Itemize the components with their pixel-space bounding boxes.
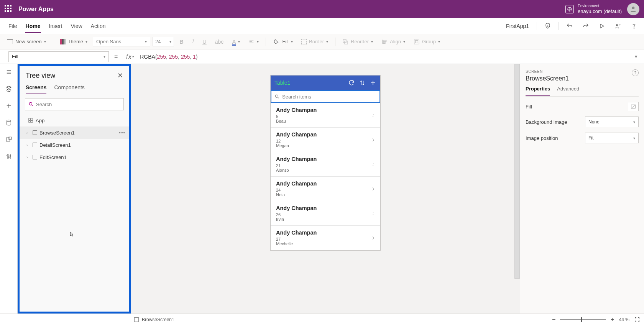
italic-button[interactable]: I xyxy=(189,37,197,46)
reorder-button[interactable]: Reorder ▾ xyxy=(339,37,376,46)
chevron-right-icon[interactable]: › xyxy=(26,155,30,159)
gallery-item[interactable]: Andy Champan24Neta xyxy=(271,177,380,201)
panel-category: SCREEN xyxy=(526,69,639,74)
tree-item-app[interactable]: App xyxy=(20,114,129,126)
canvas-scrollbar[interactable] xyxy=(514,64,520,314)
close-icon[interactable]: ✕ xyxy=(117,71,123,80)
insert-icon[interactable] xyxy=(5,102,12,109)
environment-picker[interactable]: Environment enayu.com (default) xyxy=(565,4,622,15)
share-icon[interactable] xyxy=(613,21,623,31)
phone-search-input[interactable] xyxy=(282,94,376,100)
menu-view[interactable]: View xyxy=(70,19,83,33)
prop-imgpos-label: Image position xyxy=(526,135,558,141)
tree-item-detailscreen[interactable]: › DetailScreen1 xyxy=(20,139,129,151)
zoom-slider[interactable] xyxy=(560,319,606,320)
add-icon[interactable] xyxy=(370,79,376,86)
tree-search-input[interactable] xyxy=(36,102,120,107)
font-select[interactable]: Open Sans ▾ xyxy=(93,37,150,46)
font-color-button[interactable]: A ▾ xyxy=(229,37,243,46)
chevron-right-icon[interactable] xyxy=(371,210,376,217)
fit-to-screen-icon[interactable] xyxy=(634,317,640,323)
ribbon: New screen ▾ Theme ▾ Open Sans ▾ 24 ▾ B … xyxy=(0,34,644,49)
chevron-right-icon[interactable] xyxy=(371,136,376,143)
chevron-right-icon[interactable]: › xyxy=(26,131,30,135)
gallery-item-line2: Mechelle xyxy=(276,241,371,246)
app-launcher-icon[interactable] xyxy=(5,5,13,13)
user-avatar[interactable] xyxy=(627,3,639,15)
menu-action[interactable]: Action xyxy=(90,19,107,33)
tree-tab-screens[interactable]: Screens xyxy=(26,84,46,94)
bold-button[interactable]: B xyxy=(176,37,187,46)
svg-rect-6 xyxy=(383,40,386,41)
undo-icon[interactable] xyxy=(564,21,575,31)
gallery-item[interactable]: Andy Champan27Mechelle xyxy=(271,226,380,250)
fx-button[interactable]: fx ▾ xyxy=(123,54,137,60)
more-icon[interactable]: ••• xyxy=(119,130,125,136)
svg-point-2 xyxy=(616,24,618,26)
advanced-tools-icon[interactable] xyxy=(5,153,12,160)
redo-icon[interactable] xyxy=(580,21,591,31)
chevron-right-icon[interactable] xyxy=(371,235,376,241)
text-align-button[interactable]: ▾ xyxy=(245,38,262,46)
tree-item-editscreen[interactable]: › EditScreen1 xyxy=(20,151,129,163)
menu-home[interactable]: Home xyxy=(25,19,41,33)
app-checker-icon[interactable] xyxy=(542,21,553,31)
fill-button[interactable]: Fill ▾ xyxy=(270,37,296,46)
search-icon xyxy=(28,102,34,107)
app-file-name[interactable]: FirstApp1 xyxy=(506,23,531,29)
tree-search[interactable] xyxy=(25,98,124,110)
new-screen-button[interactable]: New screen ▾ xyxy=(4,37,49,46)
formula-expand[interactable]: ▾ xyxy=(632,54,644,59)
divider xyxy=(537,22,537,30)
property-select[interactable]: Fill ▾ xyxy=(8,51,109,62)
status-breadcrumb[interactable]: BrowseScreen1 xyxy=(142,317,174,322)
refresh-icon[interactable] xyxy=(348,79,355,86)
tree-item-browsescreen[interactable]: › BrowseScreen1 ••• xyxy=(20,126,129,139)
formula-input[interactable]: RGBA(255, 255, 255, 1) xyxy=(137,54,632,60)
play-icon[interactable] xyxy=(596,21,607,31)
menu-insert[interactable]: Insert xyxy=(48,19,63,33)
zoom-in-button[interactable]: + xyxy=(611,316,614,323)
tab-advanced[interactable]: Advanced xyxy=(557,86,579,96)
gallery-item[interactable]: Andy Champan12Megan xyxy=(271,128,380,152)
fill-color-picker[interactable] xyxy=(628,102,639,111)
divider xyxy=(559,22,559,30)
tree-item-label: App xyxy=(36,118,44,123)
chevron-right-icon[interactable]: › xyxy=(26,143,30,147)
font-size-select[interactable]: 24 ▾ xyxy=(153,37,174,46)
chevron-right-icon[interactable] xyxy=(371,112,376,119)
media-icon[interactable] xyxy=(5,136,12,143)
phone-search[interactable] xyxy=(271,90,380,103)
canvas[interactable]: Table1 Andy Champan5BeauAndy Champan12Me… xyxy=(131,64,520,314)
tree-view-icon[interactable] xyxy=(5,85,12,92)
chevron-right-icon[interactable] xyxy=(371,161,376,168)
chevron-down-icon: ▾ xyxy=(238,39,240,44)
gallery-item[interactable]: Andy Champan5Beau xyxy=(271,103,380,128)
chevron-right-icon[interactable] xyxy=(371,185,376,192)
gallery-item-line2: Alonso xyxy=(276,168,371,172)
align-button[interactable]: Align ▾ xyxy=(378,37,408,46)
menu-file[interactable]: File xyxy=(8,19,18,33)
svg-rect-7 xyxy=(383,42,385,43)
fill-icon xyxy=(273,39,280,45)
underline-button[interactable]: U xyxy=(199,37,210,46)
theme-button[interactable]: Theme ▾ xyxy=(57,37,90,46)
tree-tab-components[interactable]: Components xyxy=(54,84,84,94)
gallery-item-line2: Neta xyxy=(276,192,371,197)
hamburger-icon[interactable] xyxy=(5,69,12,76)
bgimage-select[interactable]: None ▾ xyxy=(585,117,639,127)
svg-point-21 xyxy=(275,95,278,97)
phone-preview[interactable]: Table1 Andy Champan5BeauAndy Champan12Me… xyxy=(271,76,380,250)
group-button[interactable]: Group ▾ xyxy=(411,37,443,46)
imgpos-select[interactable]: Fit ▾ xyxy=(585,133,639,143)
zoom-out-button[interactable]: − xyxy=(552,316,555,323)
gallery-item[interactable]: Andy Champan26Irvin xyxy=(271,201,380,226)
info-icon[interactable]: ? xyxy=(632,69,639,76)
data-icon[interactable] xyxy=(5,119,12,126)
strikethrough-button[interactable]: abc xyxy=(212,37,227,46)
gallery-item[interactable]: Andy Champan21Alonso xyxy=(271,152,380,177)
tab-properties[interactable]: Properties xyxy=(526,86,550,96)
border-button[interactable]: Border ▾ xyxy=(298,37,331,46)
sort-icon[interactable] xyxy=(359,79,366,86)
help-icon[interactable] xyxy=(629,21,639,31)
